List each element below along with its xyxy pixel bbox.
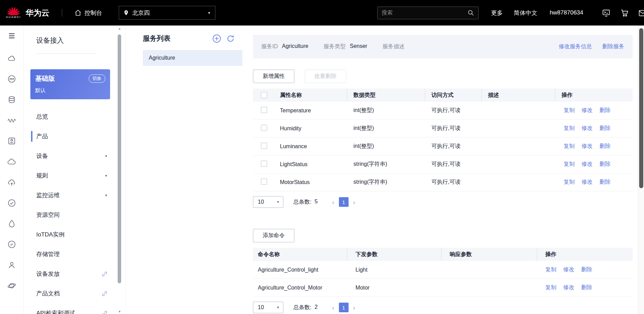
row-checkbox[interactable] xyxy=(261,143,267,149)
row-actions: 复制 修改 删除 xyxy=(555,125,633,132)
location-pin-icon xyxy=(123,9,129,16)
console-terminal-icon[interactable] xyxy=(602,9,611,17)
svg-text:IP: IP xyxy=(10,243,13,246)
container-icon[interactable] xyxy=(7,136,16,145)
batch-delete-button[interactable]: 批量删除 xyxy=(305,70,346,83)
delete-link[interactable]: 删除 xyxy=(599,143,611,150)
delete-link[interactable]: 删除 xyxy=(581,284,592,291)
sidebar-item-products[interactable]: 产品 xyxy=(36,126,126,146)
cloud-sync-icon[interactable] xyxy=(7,178,16,187)
select-all-checkbox[interactable] xyxy=(261,92,267,98)
sidebar-item-api-explorer[interactable]: API检索和调试 xyxy=(36,303,126,314)
command-row: Agriculture_Control_light Light 复制 修改 删除 xyxy=(253,261,633,279)
data-flow-icon[interactable] xyxy=(7,219,16,228)
row-checkbox[interactable] xyxy=(261,179,267,185)
user-group-icon[interactable] xyxy=(7,261,16,270)
page-size-select[interactable]: 10 ▼ xyxy=(253,302,283,313)
modify-link[interactable]: 修改 xyxy=(582,161,593,168)
sidebar-item-iotda-instances[interactable]: IoTDA实例 xyxy=(36,225,126,244)
monitor-waves-icon[interactable] xyxy=(7,116,16,125)
page-size-select[interactable]: 10 ▼ xyxy=(253,196,283,208)
modify-link[interactable]: 修改 xyxy=(582,179,593,186)
storage-icon[interactable] xyxy=(7,95,16,104)
chevron-down-icon: ▼ xyxy=(105,194,108,197)
search-icon[interactable] xyxy=(467,9,474,16)
more-services-icon[interactable] xyxy=(7,74,16,83)
copy-link[interactable]: 复制 xyxy=(545,284,556,291)
mail-icon[interactable] xyxy=(638,9,644,17)
properties-pagination: 10 ▼ 总条数: 5 ‹ 1 › xyxy=(253,196,633,208)
row-actions: 复制 修改 删除 xyxy=(537,266,633,273)
sidebar-item-resource-spaces[interactable]: 资源空间 xyxy=(36,205,126,225)
security-check-icon[interactable] xyxy=(7,199,16,207)
sidebar-item-storage[interactable]: 存储管理 xyxy=(36,244,126,264)
property-name: Luminance xyxy=(274,143,347,150)
shopping-cart-icon[interactable] xyxy=(620,9,629,17)
delete-link[interactable]: 删除 xyxy=(599,125,611,132)
sidebar-scrollbar-thumb[interactable] xyxy=(118,34,121,283)
sidebar-item-monitoring[interactable]: 监控运维 ▼ xyxy=(36,185,126,205)
sidebar-item-rules[interactable]: 规则 ▼ xyxy=(36,166,126,185)
sidebar-item-product-docs[interactable]: 产品文档 xyxy=(36,284,126,303)
copy-link[interactable]: 复制 xyxy=(564,107,575,114)
property-row: Luminance int(整型) 可执行,可读 复制 修改 删除 xyxy=(253,138,633,155)
delete-link[interactable]: 删除 xyxy=(581,266,592,273)
scroll-down-arrow[interactable]: ▼ xyxy=(118,310,121,313)
delete-link[interactable]: 删除 xyxy=(599,161,611,168)
prev-page-arrow[interactable]: ‹ xyxy=(332,199,334,205)
modify-service-link[interactable]: 修改服务信息 xyxy=(559,43,592,50)
switch-edition-button[interactable]: 切换 xyxy=(89,74,105,83)
modify-link[interactable]: 修改 xyxy=(582,125,593,132)
sidebar-item-overview[interactable]: 总览 xyxy=(36,107,126,126)
row-checkbox[interactable] xyxy=(261,161,267,167)
copy-link[interactable]: 复制 xyxy=(564,161,575,168)
page-number[interactable]: 1 xyxy=(339,303,349,312)
prev-page-arrow[interactable]: ‹ xyxy=(332,304,334,311)
copy-link[interactable]: 复制 xyxy=(545,266,556,273)
console-link[interactable]: 控制台 xyxy=(75,9,102,17)
global-network-icon[interactable] xyxy=(7,281,16,290)
delete-link[interactable]: 删除 xyxy=(599,107,611,114)
total-count-value: 2 xyxy=(314,304,318,311)
modify-link[interactable]: 修改 xyxy=(563,284,574,291)
row-checkbox[interactable] xyxy=(261,107,267,113)
delete-link[interactable]: 删除 xyxy=(599,179,611,186)
cloud-icon[interactable] xyxy=(7,157,16,166)
hamburger-menu-icon[interactable] xyxy=(8,32,16,40)
service-list-title: 服务列表 xyxy=(143,34,170,43)
command-name: Agriculture_Control_light xyxy=(253,267,347,273)
page-number[interactable]: 1 xyxy=(339,197,349,207)
add-property-button[interactable]: 新增属性 xyxy=(253,70,294,83)
copy-link[interactable]: 复制 xyxy=(564,125,575,132)
huawei-logo[interactable]: HUAWEI xyxy=(6,7,21,19)
cloud-server-icon[interactable] xyxy=(7,54,16,63)
next-page-arrow[interactable]: › xyxy=(353,304,355,311)
refresh-icon[interactable] xyxy=(226,34,235,43)
row-checkbox[interactable] xyxy=(261,125,267,131)
add-command-button[interactable]: 添加命令 xyxy=(253,229,294,242)
elastic-ip-icon[interactable]: IP xyxy=(7,240,16,249)
modify-link[interactable]: 修改 xyxy=(582,107,593,114)
add-service-button[interactable] xyxy=(212,34,221,43)
sidebar-item-device-provisioning[interactable]: 设备发放 xyxy=(36,264,126,284)
service-list-item-agriculture[interactable]: Agriculture xyxy=(143,50,242,66)
region-selector[interactable]: 北京四 ▼ xyxy=(119,6,215,20)
copy-link[interactable]: 复制 xyxy=(564,179,575,186)
account-username[interactable]: hw87870634 xyxy=(550,9,583,16)
search-input[interactable] xyxy=(382,10,467,16)
more-menu[interactable]: 更多 xyxy=(491,9,503,17)
command-name: Agriculture_Control_Motor xyxy=(253,285,347,291)
language-switcher[interactable]: 简体中文 xyxy=(514,9,537,17)
modify-link[interactable]: 修改 xyxy=(563,266,574,273)
delete-service-link[interactable]: 删除服务 xyxy=(602,43,624,50)
property-name: Temperature xyxy=(274,108,347,114)
scroll-up-arrow[interactable]: ▲ xyxy=(118,27,121,30)
command-row: Agriculture_Control_Motor Motor 复制 修改 删除 xyxy=(253,279,633,297)
sidebar-item-devices[interactable]: 设备 ▼ xyxy=(36,146,126,166)
copy-link[interactable]: 复制 xyxy=(564,143,575,150)
col-description: 描述 xyxy=(482,89,555,102)
next-page-arrow[interactable]: › xyxy=(353,199,355,205)
row-actions: 复制 修改 删除 xyxy=(555,143,633,150)
modify-link[interactable]: 修改 xyxy=(582,143,593,150)
page-scrollbar-thumb[interactable] xyxy=(639,28,643,188)
